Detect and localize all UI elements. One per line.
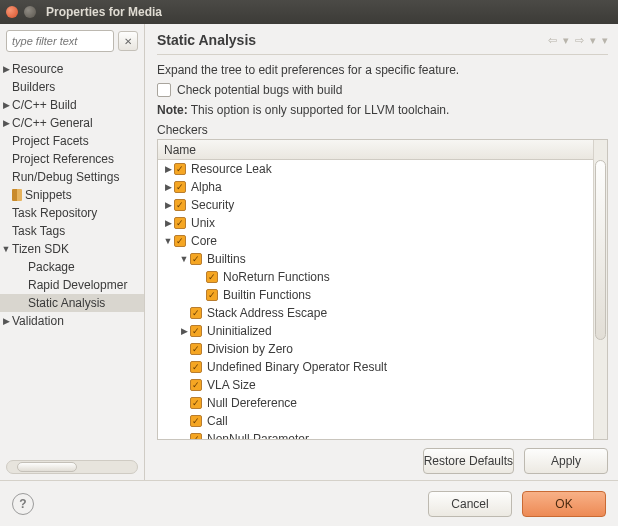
sidebar-item[interactable]: Static Analysis: [0, 294, 144, 312]
window-title: Properties for Media: [46, 5, 162, 19]
sidebar-item[interactable]: ▶Validation: [0, 312, 144, 330]
sidebar-item[interactable]: Run/Debug Settings: [0, 168, 144, 186]
cancel-button[interactable]: Cancel: [428, 491, 512, 517]
checker-checkbox[interactable]: ✓: [174, 199, 186, 211]
sidebar-item[interactable]: Task Tags: [0, 222, 144, 240]
chevron-right-icon[interactable]: ▶: [178, 326, 190, 336]
preference-tree[interactable]: ▶ResourceBuilders▶C/C++ Build▶C/C++ Gene…: [0, 58, 144, 456]
sidebar-item-label: Validation: [12, 314, 64, 328]
chevron-right-icon[interactable]: ▶: [162, 218, 174, 228]
checker-label: Unix: [191, 216, 215, 230]
chevron-down-icon[interactable]: ▼: [162, 236, 174, 246]
checker-row[interactable]: ▼✓Core: [158, 232, 593, 250]
checker-label: Alpha: [191, 180, 222, 194]
checker-row[interactable]: ✓Null Dereference: [158, 394, 593, 412]
nav-icons: ⇦ ▾ ⇨ ▾ ▾: [548, 34, 608, 47]
sidebar-item[interactable]: ▼Tizen SDK: [0, 240, 144, 258]
chevron-right-icon[interactable]: ▶: [0, 100, 12, 110]
checker-checkbox[interactable]: ✓: [190, 361, 202, 373]
checker-row[interactable]: ▶✓Unix: [158, 214, 593, 232]
checker-checkbox[interactable]: ✓: [174, 181, 186, 193]
sidebar-item[interactable]: ▶Resource: [0, 60, 144, 78]
checker-row[interactable]: ✓VLA Size: [158, 376, 593, 394]
checker-row[interactable]: ▶✓Security: [158, 196, 593, 214]
sidebar-item[interactable]: Builders: [0, 78, 144, 96]
chevron-down-icon[interactable]: ▼: [0, 244, 12, 254]
checker-label: NoReturn Functions: [223, 270, 330, 284]
sidebar-item-label: Resource: [12, 62, 63, 76]
sidebar-item[interactable]: Rapid Developmer: [0, 276, 144, 294]
column-header-name[interactable]: Name: [158, 140, 593, 160]
checker-checkbox[interactable]: ✓: [190, 253, 202, 265]
checker-label: Null Dereference: [207, 396, 297, 410]
sidebar-item[interactable]: Task Repository: [0, 204, 144, 222]
sidebar-item-label: Static Analysis: [28, 296, 105, 310]
clear-filter-button[interactable]: ✕: [118, 31, 138, 51]
back-icon[interactable]: ⇦: [548, 34, 557, 47]
apply-button[interactable]: Apply: [524, 448, 608, 474]
checker-label: Resource Leak: [191, 162, 272, 176]
checker-checkbox[interactable]: ✓: [174, 217, 186, 229]
checker-label: Uninitialized: [207, 324, 272, 338]
sidebar-item-label: Task Repository: [12, 206, 97, 220]
sidebar-item[interactable]: Project Facets: [0, 132, 144, 150]
restore-defaults-button[interactable]: Restore Defaults: [423, 448, 514, 474]
checker-checkbox[interactable]: ✓: [174, 163, 186, 175]
minimize-icon[interactable]: [24, 6, 36, 18]
check-potential-bugs-checkbox[interactable]: [157, 83, 171, 97]
chevron-right-icon[interactable]: ▶: [162, 164, 174, 174]
vertical-scrollbar[interactable]: [593, 140, 607, 439]
filter-input[interactable]: [6, 30, 114, 52]
chevron-right-icon[interactable]: ▶: [0, 118, 12, 128]
sidebar-item-label: Tizen SDK: [12, 242, 69, 256]
checker-checkbox[interactable]: ✓: [174, 235, 186, 247]
checker-label: Undefined Binary Operator Result: [207, 360, 387, 374]
forward-menu-icon[interactable]: ▾: [590, 34, 596, 47]
chevron-right-icon[interactable]: ▶: [0, 64, 12, 74]
checker-checkbox[interactable]: ✓: [190, 307, 202, 319]
chevron-down-icon[interactable]: ▼: [178, 254, 190, 264]
close-icon[interactable]: [6, 6, 18, 18]
checker-checkbox[interactable]: ✓: [190, 343, 202, 355]
checker-row[interactable]: ✓NoReturn Functions: [158, 268, 593, 286]
checker-row[interactable]: ▶✓Alpha: [158, 178, 593, 196]
sidebar-item[interactable]: ▶C/C++ General: [0, 114, 144, 132]
checker-row[interactable]: ✓Stack Address Escape: [158, 304, 593, 322]
checker-row[interactable]: ✓Division by Zero: [158, 340, 593, 358]
checker-checkbox[interactable]: ✓: [190, 397, 202, 409]
scrollbar-thumb[interactable]: [595, 160, 606, 340]
sidebar-item[interactable]: ▶C/C++ Build: [0, 96, 144, 114]
checker-row[interactable]: ✓Call: [158, 412, 593, 430]
chevron-right-icon[interactable]: ▶: [162, 182, 174, 192]
sidebar-item-label: Package: [28, 260, 75, 274]
ok-button[interactable]: OK: [522, 491, 606, 517]
view-menu-icon[interactable]: ▾: [602, 34, 608, 47]
back-menu-icon[interactable]: ▾: [563, 34, 569, 47]
checker-checkbox[interactable]: ✓: [190, 379, 202, 391]
checker-checkbox[interactable]: ✓: [190, 433, 202, 439]
checker-checkbox[interactable]: ✓: [190, 415, 202, 427]
checker-label: Builtin Functions: [223, 288, 311, 302]
note-text: Note: This option is only supported for …: [157, 103, 608, 117]
check-potential-bugs-label: Check potential bugs with build: [177, 83, 342, 97]
checker-row[interactable]: ✓Builtin Functions: [158, 286, 593, 304]
clear-icon: ✕: [124, 36, 132, 47]
horizontal-scrollbar[interactable]: [6, 460, 138, 474]
scrollbar-thumb[interactable]: [17, 462, 77, 472]
checker-checkbox[interactable]: ✓: [206, 289, 218, 301]
checker-row[interactable]: ▼✓Builtins: [158, 250, 593, 268]
checker-row[interactable]: ✓NonNull Parameter: [158, 430, 593, 439]
sidebar-item[interactable]: Package: [0, 258, 144, 276]
checker-checkbox[interactable]: ✓: [206, 271, 218, 283]
checker-checkbox[interactable]: ✓: [190, 325, 202, 337]
checker-row[interactable]: ▶✓Uninitialized: [158, 322, 593, 340]
checker-row[interactable]: ✓Undefined Binary Operator Result: [158, 358, 593, 376]
sidebar-item[interactable]: Project References: [0, 150, 144, 168]
chevron-right-icon[interactable]: ▶: [162, 200, 174, 210]
checker-row[interactable]: ▶✓Resource Leak: [158, 160, 593, 178]
sidebar-item-label: Task Tags: [12, 224, 65, 238]
forward-icon[interactable]: ⇨: [575, 34, 584, 47]
help-button[interactable]: ?: [12, 493, 34, 515]
chevron-right-icon[interactable]: ▶: [0, 316, 12, 326]
sidebar-item[interactable]: Snippets: [0, 186, 144, 204]
